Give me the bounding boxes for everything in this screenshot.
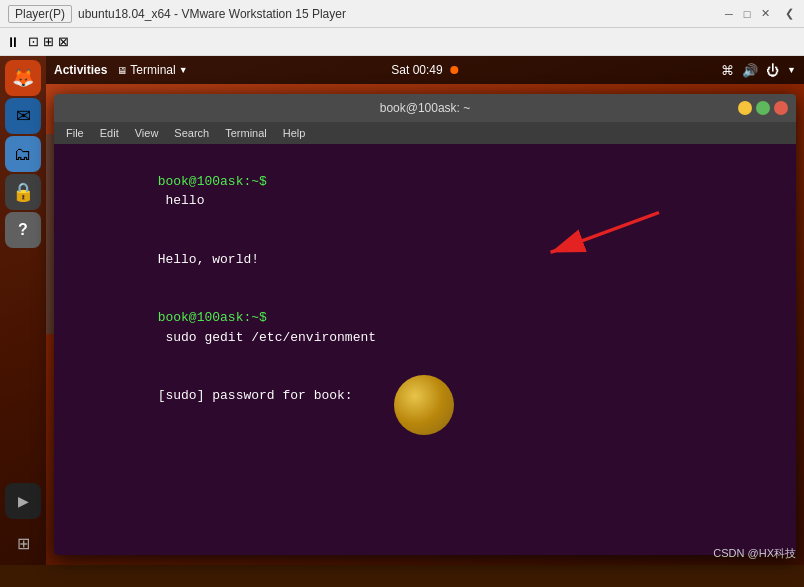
vmware-toolbar: ⏸ ⊡ ⊞ ⊠: [0, 28, 804, 56]
ubuntu-desktop: 🦊 ✉ 🗂 🔒 ? ▶ ⊞ Activities 🖥 Terminal ▼ Sa…: [0, 56, 804, 565]
sidebar-icon-grid[interactable]: ⊞: [5, 525, 41, 561]
desktop-area: book@100ask: ~ File Edit View Search Ter…: [46, 84, 804, 565]
terminal-menu: File Edit View Search Terminal Help: [54, 122, 796, 144]
terminal-prompt-2: book@100ask:~$: [158, 310, 267, 325]
panel-right: ⌘ 🔊 ⏻ ▼: [721, 63, 796, 78]
vmware-titlebar: Player(P) ubuntu18.04_x64 - VMware Works…: [0, 0, 804, 28]
terminal-window-controls: [738, 101, 788, 115]
vmware-maximize-button[interactable]: □: [740, 7, 754, 21]
power-icon[interactable]: ⏻: [766, 63, 779, 78]
network-icon[interactable]: ⌘: [721, 63, 734, 78]
vmware-window-controls: ─ □ ✕ ❮: [722, 7, 796, 21]
sound-icon[interactable]: 🔊: [742, 63, 758, 78]
terminal-prompt-1: book@100ask:~$: [158, 174, 267, 189]
sidebar-icon-mail[interactable]: ✉: [5, 98, 41, 134]
terminal-minimize-button[interactable]: [738, 101, 752, 115]
terminal-titlebar: book@100ask: ~: [54, 94, 796, 122]
terminal-maximize-button[interactable]: [756, 101, 770, 115]
terminal-content[interactable]: book@100ask:~$ hello Hello, world! book@…: [54, 144, 796, 555]
ubuntu-top-panel: Activities 🖥 Terminal ▼ Sat 00:49 ⌘ 🔊 ⏻ …: [46, 56, 804, 84]
terminal-line-1: book@100ask:~$ hello: [64, 152, 786, 230]
terminal-menu-help[interactable]: Help: [277, 127, 312, 139]
vmware-tool-icon-3[interactable]: ⊠: [58, 34, 69, 49]
vmware-titlebar-left: Player(P) ubuntu18.04_x64 - VMware Works…: [8, 5, 346, 23]
terminal-menu-edit[interactable]: Edit: [94, 127, 125, 139]
unity-sidebar: 🦊 ✉ 🗂 🔒 ? ▶ ⊞: [0, 56, 46, 565]
panel-terminal-label[interactable]: 🖥 Terminal ▼: [117, 63, 187, 77]
terminal-menu-view[interactable]: View: [129, 127, 165, 139]
vmware-title: ubuntu18.04_x64 - VMware Workstation 15 …: [78, 7, 346, 21]
terminal-cmd-1: hello: [158, 193, 205, 208]
vmware-tool-icon-1[interactable]: ⊡: [28, 34, 39, 49]
terminal-dropdown-icon[interactable]: ▼: [179, 65, 188, 75]
terminal-line-2: book@100ask:~$ sudo gedit /etc/environme…: [64, 289, 786, 367]
terminal-menu-terminal[interactable]: Terminal: [219, 127, 273, 139]
gold-circle: [394, 375, 454, 435]
vmware-minimize-button[interactable]: ─: [722, 7, 736, 21]
vmware-extra-button[interactable]: ❮: [782, 7, 796, 21]
terminal-close-button[interactable]: [774, 101, 788, 115]
terminal-menu-search[interactable]: Search: [168, 127, 215, 139]
terminal-output-1: Hello, world!: [64, 230, 786, 289]
panel-activities[interactable]: Activities: [54, 63, 107, 77]
terminal-title: book@100ask: ~: [380, 101, 471, 115]
terminal-menu-file[interactable]: File: [60, 127, 90, 139]
terminal-panel-icon: 🖥: [117, 65, 127, 76]
sidebar-icon-firefox[interactable]: 🦊: [5, 60, 41, 96]
vmware-player-menu[interactable]: Player(P): [8, 5, 72, 23]
sidebar-icon-help[interactable]: ?: [5, 212, 41, 248]
sidebar-icon-lock[interactable]: 🔒: [5, 174, 41, 210]
terminal-window: book@100ask: ~ File Edit View Search Ter…: [54, 94, 796, 555]
vmware-pause-icon[interactable]: ⏸: [6, 34, 20, 50]
sidebar-icon-terminal[interactable]: ▶: [5, 483, 41, 519]
panel-clock: Sat 00:49: [391, 63, 458, 77]
ubuntu-content: Activities 🖥 Terminal ▼ Sat 00:49 ⌘ 🔊 ⏻ …: [46, 56, 804, 565]
terminal-cmd-2: sudo gedit /etc/environment: [158, 330, 376, 345]
panel-dropdown-icon[interactable]: ▼: [787, 65, 796, 75]
vmware-tool-icon-2[interactable]: ⊞: [43, 34, 54, 49]
sidebar-icon-files[interactable]: 🗂: [5, 136, 41, 172]
clock-dot: [451, 66, 459, 74]
panel-left: Activities 🖥 Terminal ▼: [54, 63, 188, 77]
csdn-watermark: CSDN @HX科技: [713, 546, 796, 561]
vmware-close-button[interactable]: ✕: [758, 7, 772, 21]
